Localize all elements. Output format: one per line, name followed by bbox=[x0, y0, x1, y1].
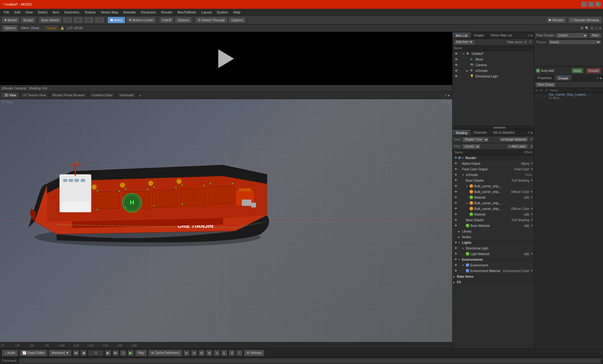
base-shader-arrow[interactable]: ▼ bbox=[530, 179, 533, 182]
shader-row-nodes[interactable]: Nodes bbox=[453, 234, 534, 240]
scene-3d[interactable]: H bbox=[0, 99, 452, 342]
sculpt-btn[interactable]: Sculpt bbox=[20, 17, 36, 24]
tab-item-list[interactable]: Item List bbox=[453, 33, 471, 38]
menu-help[interactable]: Help bbox=[231, 10, 243, 15]
grid-icon[interactable]: ⊞ bbox=[581, 26, 583, 30]
shader-row-material-1[interactable]: 👁 Material (all) ▼ bbox=[453, 195, 534, 200]
tree-item-mesh[interactable]: 👁 Mesh bbox=[453, 56, 534, 62]
tab-gradient-editor[interactable]: Gradient Editor bbox=[89, 93, 116, 98]
items-btn[interactable]: ◼ Items bbox=[107, 17, 125, 24]
shader-row-bulk1[interactable]: 👁 Bulk_carrier_ship_Part1 bbox=[453, 200, 534, 206]
transport-icon-6[interactable]: ⊾ bbox=[221, 350, 227, 356]
menu-file[interactable]: File bbox=[1, 10, 12, 15]
shader-row-light-material[interactable]: 👁 Light Material (all) ▼ bbox=[453, 251, 534, 257]
shader-row-dir-light[interactable]: 👁 Directional Light bbox=[453, 245, 534, 251]
menu-animate[interactable]: Animate bbox=[121, 10, 138, 15]
toolbar-icon-2[interactable]: ⬛ bbox=[73, 17, 83, 24]
settings-btn[interactable]: ⚙ Settings bbox=[244, 350, 264, 356]
tab-vertex-map-list[interactable]: Vertex Map List bbox=[487, 33, 515, 38]
add-item-btn[interactable]: Add Item ▼ bbox=[454, 40, 475, 45]
minimize-btn[interactable]: ─ bbox=[582, 2, 587, 7]
grp-vis-C[interactable]: ○ bbox=[544, 94, 549, 98]
environments-arrow[interactable] bbox=[458, 258, 462, 261]
vis-env-material[interactable]: 👁 bbox=[453, 269, 458, 273]
base-material-arrow[interactable]: ▼ bbox=[530, 224, 533, 227]
shading-expand-icon[interactable]: ⤢ bbox=[527, 131, 530, 134]
shader-row-render[interactable]: 👁 Render bbox=[453, 155, 534, 161]
menu-view[interactable]: View bbox=[23, 10, 35, 15]
tab-uv-texture[interactable]: UV Texture View bbox=[19, 93, 49, 98]
shader-row-env-material[interactable]: 👁 Environment Material Environment Color… bbox=[453, 268, 534, 274]
shading-more-icon[interactable]: ▸ bbox=[531, 131, 533, 134]
options1-btn[interactable]: Options bbox=[175, 17, 192, 24]
vis-bulk1[interactable]: 👁 bbox=[453, 201, 458, 205]
m2modo-shader-arrow[interactable] bbox=[462, 174, 466, 176]
menu-render[interactable]: Render bbox=[159, 10, 175, 15]
lights-arrow[interactable] bbox=[458, 241, 462, 244]
vis-m2modo[interactable]: 👁 bbox=[454, 68, 459, 73]
options-sub-btn[interactable]: Options bbox=[2, 25, 18, 32]
render-window-btn[interactable]: ◻ Render Window bbox=[568, 17, 602, 24]
model-btn[interactable]: ◈ Model bbox=[1, 17, 20, 24]
shader-row-environment[interactable]: 👁 Environment bbox=[453, 262, 534, 268]
vis-lights[interactable]: 👁 bbox=[453, 240, 458, 245]
vis-bulk2-mat[interactable]: 👁 bbox=[453, 190, 458, 194]
render-btn[interactable]: ▶ Render bbox=[546, 17, 567, 24]
vis-base-material[interactable]: 👁 bbox=[453, 223, 458, 228]
menu-layout[interactable]: Layout bbox=[199, 10, 214, 15]
animated-btn[interactable]: Animated ▼ bbox=[49, 350, 72, 356]
vis-mesh[interactable]: 👁 bbox=[454, 57, 459, 62]
play-button[interactable] bbox=[218, 49, 234, 68]
toolbar-icon-1[interactable]: ⬛ bbox=[62, 17, 73, 24]
more-icon[interactable]: ▸ bbox=[600, 26, 601, 30]
shader-row-base-shader-2[interactable]: 👁 Base Shader Full Shading ▼ bbox=[453, 217, 534, 223]
shader-row-alpha[interactable]: 👁 Alpha Output Alpha ▼ bbox=[453, 161, 534, 166]
toolbar-icon-3[interactable]: ⬛ bbox=[84, 17, 94, 24]
fullscreen-icon[interactable]: ⤢ bbox=[595, 26, 598, 30]
zoom-icon[interactable]: 🔍 bbox=[585, 26, 589, 30]
vis-base-shader-2[interactable]: 👁 bbox=[453, 218, 458, 222]
vis-bulk2[interactable]: 👁 bbox=[453, 184, 458, 188]
add-tab-btn[interactable]: + bbox=[138, 93, 143, 98]
transport-next-frame[interactable]: ▶ bbox=[105, 350, 111, 356]
close-btn[interactable]: ✕ bbox=[595, 2, 600, 7]
menu-system[interactable]: System bbox=[214, 10, 231, 15]
shader-row-bulk2[interactable]: 👁 Bulk_carrier_ship_Part2 bbox=[453, 183, 534, 189]
vis-camera[interactable]: 👁 bbox=[454, 63, 459, 67]
shader-row-final-color[interactable]: 👁 Final Color Output Final Color ▼ bbox=[453, 166, 534, 172]
vis-bulk1-mat[interactable]: 👁 bbox=[453, 206, 458, 211]
arrow-m2modo[interactable] bbox=[466, 69, 470, 72]
bulk1-mat-arrow[interactable]: ▼ bbox=[530, 207, 533, 210]
apply-btn[interactable]: Apply bbox=[571, 68, 584, 73]
transport-prev-start[interactable]: ⏮ bbox=[73, 350, 79, 356]
new-pass-btn[interactable]: New bbox=[589, 33, 601, 38]
viewport-more-icon[interactable]: ▸ bbox=[448, 94, 450, 97]
transport-icon-3[interactable]: ⊵ bbox=[198, 350, 205, 356]
menu-item[interactable]: Item bbox=[50, 10, 62, 15]
material-1-arrow[interactable]: ▼ bbox=[530, 196, 533, 199]
vis-base-shader[interactable]: 👁 bbox=[453, 178, 458, 183]
pass-groups-dropdown[interactable]: (none) bbox=[556, 33, 588, 38]
shader-row-bulk2-mat[interactable]: 👁 Bulk_carrier_ship_Part ... Diffuse Col… bbox=[453, 189, 534, 195]
tab-info-statistics[interactable]: Info & Statistics bbox=[490, 130, 518, 135]
shader-row-m2modo[interactable]: 👁 m2modo None bbox=[453, 172, 534, 178]
menu-select[interactable]: Select bbox=[35, 10, 50, 15]
action-center-btn[interactable]: ⊕ Action Center bbox=[126, 17, 156, 24]
vis-environment[interactable]: 👁 bbox=[453, 263, 458, 267]
vis-light-material[interactable]: 👁 bbox=[453, 252, 458, 256]
auto-add-checkbox[interactable]: ✓ bbox=[536, 69, 540, 72]
vis-shader-m2modo[interactable]: 👁 bbox=[453, 173, 458, 177]
menu-geometry[interactable]: Geometry bbox=[62, 10, 82, 15]
item-list-scrollbar[interactable] bbox=[493, 127, 506, 129]
vis-material-2[interactable]: 👁 bbox=[453, 212, 458, 217]
shader-row-library[interactable]: Library bbox=[453, 228, 534, 234]
props-expand-icon[interactable]: ⤢ bbox=[596, 76, 599, 80]
env-material-arrow[interactable]: ▼ bbox=[530, 269, 533, 272]
frame-input[interactable] bbox=[88, 350, 104, 356]
grp-vis-F[interactable]: ○ bbox=[540, 94, 544, 98]
props-more-icon[interactable]: ▸ bbox=[600, 76, 602, 80]
dir-light-arrow[interactable] bbox=[462, 247, 466, 250]
menu-vertexmap[interactable]: Vertex Map bbox=[98, 10, 121, 15]
tree-item-untitled[interactable]: 👁 ◈ Untitled* bbox=[453, 51, 534, 56]
menu-edit[interactable]: Edit bbox=[12, 10, 23, 15]
